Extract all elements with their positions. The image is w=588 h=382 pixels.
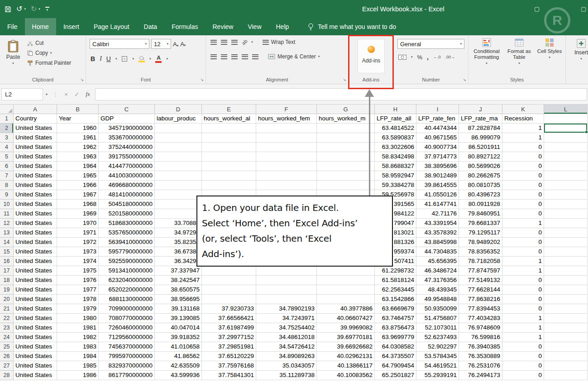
ribbon-display-options-icon[interactable]: ▢ xyxy=(534,5,540,12)
cell-D7[interactable] xyxy=(155,171,202,181)
cell-I3[interactable]: 40.9671565 xyxy=(416,133,459,143)
cell-G2[interactable] xyxy=(317,124,375,133)
row-header-9[interactable]: 9 xyxy=(0,190,14,200)
name-box[interactable]: L2 xyxy=(1,88,43,100)
cell-J18[interactable]: 77.5149132 xyxy=(459,276,502,285)
cell-L1[interactable] xyxy=(544,114,588,124)
font-size-select[interactable]: 12 ▾ xyxy=(151,39,171,49)
cell-E27[interactable]: 37.75976168 xyxy=(202,361,256,371)
cell-K2[interactable]: 1 xyxy=(502,124,544,133)
cell-G25[interactable]: 39.66926682 xyxy=(317,342,375,352)
cell-K7[interactable]: 0 xyxy=(502,171,544,181)
cell-H28[interactable]: 65.2501827 xyxy=(375,371,416,380)
row-header-12[interactable]: 12 xyxy=(0,219,14,228)
cell-J6[interactable]: 80.5699026 xyxy=(459,162,502,171)
tell-me-box[interactable]: Tell me what you want to do xyxy=(308,18,396,35)
cell-L23[interactable] xyxy=(544,323,588,333)
cell-I14[interactable]: 43.8845998 xyxy=(416,238,459,247)
row-header-6[interactable]: 6 xyxy=(0,162,14,171)
cell-E17[interactable] xyxy=(202,266,256,276)
cell-L7[interactable] xyxy=(544,171,588,181)
cell-I28[interactable]: 55.2939191 xyxy=(416,371,459,380)
cell-B26[interactable]: 1984 xyxy=(57,352,99,361)
cell-D12[interactable]: 33.70882 xyxy=(155,219,202,228)
cell-J7[interactable]: 80.2662675 xyxy=(459,171,502,181)
insert-cells-button[interactable]: Insert ▾ xyxy=(569,39,588,61)
cell-K25[interactable]: 0 xyxy=(502,342,544,352)
cell-E3[interactable] xyxy=(202,133,256,143)
cell-A2[interactable]: United States xyxy=(14,124,57,133)
cell-H26[interactable]: 64.3735507 xyxy=(375,352,416,361)
column-header-K[interactable]: K xyxy=(502,105,544,114)
cell-L9[interactable] xyxy=(544,190,588,200)
cell-A4[interactable]: United States xyxy=(14,143,57,152)
cell-C28[interactable]: 8617790000000 xyxy=(99,371,155,380)
cell-F19[interactable] xyxy=(256,285,317,295)
undo-icon[interactable]: ↺ xyxy=(16,5,22,13)
cell-D14[interactable]: 35.82355 xyxy=(155,238,202,247)
cell-K11[interactable]: 0 xyxy=(502,209,544,219)
cell-L5[interactable] xyxy=(544,152,588,162)
row-header-7[interactable]: 7 xyxy=(0,171,14,181)
cell-D24[interactable]: 39.918352 xyxy=(155,333,202,342)
cell-A16[interactable]: United States xyxy=(14,257,57,266)
paste-button[interactable]: Paste ▾ xyxy=(3,38,24,72)
cell-L18[interactable] xyxy=(544,276,588,285)
column-header-E[interactable]: E xyxy=(202,105,256,114)
fill-color-button[interactable] xyxy=(139,56,145,62)
cell-C16[interactable]: 5925590000000 xyxy=(99,257,155,266)
cell-K17[interactable]: 1 xyxy=(502,266,544,276)
selected-cell-L2[interactable] xyxy=(544,124,588,133)
cell-K3[interactable]: 1 xyxy=(502,133,544,143)
decrease-font-size-icon[interactable]: A▾ xyxy=(180,41,186,48)
borders-button[interactable] xyxy=(121,56,128,62)
cell-A6[interactable]: United States xyxy=(14,162,57,171)
cell-D9[interactable] xyxy=(155,190,202,200)
accounting-caret-icon[interactable]: ▾ xyxy=(411,55,413,59)
cell-H4[interactable]: 63.3022606 xyxy=(375,143,416,152)
cell-C22[interactable]: 7080770000000 xyxy=(99,314,155,323)
cell-G22[interactable]: 40.06607427 xyxy=(317,314,375,323)
row-header-3[interactable]: 3 xyxy=(0,133,14,143)
cell-C8[interactable]: 4696680000000 xyxy=(99,181,155,190)
increase-decimal-icon[interactable]: ←.0 xyxy=(433,55,441,59)
cell-K26[interactable]: 0 xyxy=(502,352,544,361)
cell-J22[interactable]: 77.4034283 xyxy=(459,314,502,323)
column-header-D[interactable]: D xyxy=(155,105,202,114)
cell-L12[interactable] xyxy=(544,219,588,228)
cell-G28[interactable]: 40.10083562 xyxy=(317,371,375,380)
cell-L16[interactable] xyxy=(544,257,588,266)
tab-review[interactable]: Review xyxy=(206,18,241,35)
cell-I15[interactable]: 44.7304835 xyxy=(416,247,459,257)
cell-F28[interactable]: 35.11289738 xyxy=(256,371,317,380)
cell-I2[interactable]: 40.4474344 xyxy=(416,124,459,133)
cell-F7[interactable] xyxy=(256,171,317,181)
cell-F1[interactable]: hours_worked_fem xyxy=(256,114,317,124)
cell-F3[interactable] xyxy=(256,133,317,143)
cell-K13[interactable]: 0 xyxy=(502,228,544,238)
cell-L4[interactable] xyxy=(544,143,588,152)
cell-J27[interactable]: 76.2531076 xyxy=(459,361,502,371)
cell-E20[interactable] xyxy=(202,295,256,304)
cell-E24[interactable]: 37.29977152 xyxy=(202,333,256,342)
cell-I18[interactable]: 47.3176356 xyxy=(416,276,459,285)
cell-I6[interactable]: 38.3895696 xyxy=(416,162,459,171)
cell-K23[interactable]: 1 xyxy=(502,323,544,333)
cell-A25[interactable]: United States xyxy=(14,342,57,352)
cell-D8[interactable] xyxy=(155,181,202,190)
copy-button[interactable]: Copy ▾ xyxy=(27,50,71,56)
cell-F8[interactable] xyxy=(256,181,317,190)
cell-J15[interactable]: 78.8356352 xyxy=(459,247,502,257)
row-header-19[interactable]: 19 xyxy=(0,285,14,295)
wrap-text-button[interactable]: Wrap Text xyxy=(263,39,296,45)
cell-E2[interactable] xyxy=(202,124,256,133)
cell-B11[interactable]: 1969 xyxy=(57,209,99,219)
cell-G6[interactable] xyxy=(317,162,375,171)
cell-F23[interactable]: 34.75254402 xyxy=(256,323,317,333)
cell-G1[interactable]: hours_worked_m xyxy=(317,114,375,124)
cell-F24[interactable]: 34.48612018 xyxy=(256,333,317,342)
cell-E8[interactable] xyxy=(202,181,256,190)
cell-A23[interactable]: United States xyxy=(14,323,57,333)
column-header-F[interactable]: F xyxy=(256,105,317,114)
cell-J17[interactable]: 77.8747597 xyxy=(459,266,502,276)
